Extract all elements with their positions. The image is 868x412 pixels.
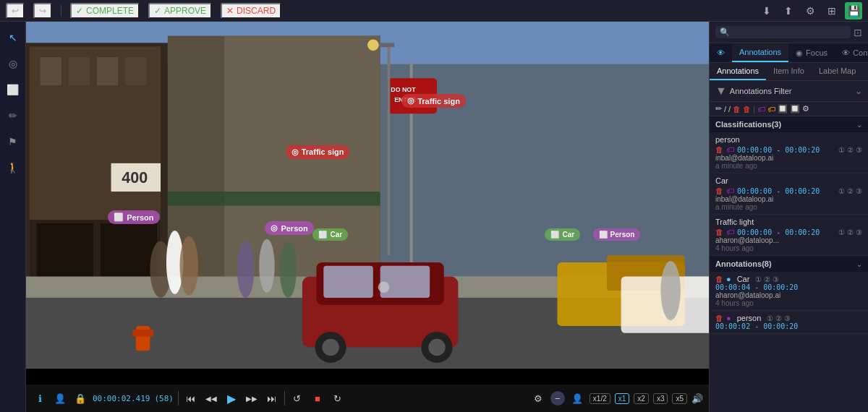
2x-speed-btn[interactable]: x2	[634, 393, 649, 404]
skip-back-icon[interactable]: ⏮	[183, 390, 199, 406]
filter-tool-3[interactable]: 🔲	[778, 104, 788, 113]
ann-action-tl-2[interactable]: ②	[847, 228, 854, 236]
ann-action-car-2[interactable]: ②	[847, 187, 854, 195]
ann-action-p2-1[interactable]: ①	[767, 314, 773, 322]
person-icon[interactable]: 👤	[52, 390, 68, 406]
complete-button[interactable]: ✓ COMPLETE	[70, 3, 140, 19]
search-input-wrap[interactable]: 🔍	[715, 26, 851, 38]
filter-tool-1[interactable]: 🏷	[757, 105, 765, 113]
ann-action-car-3[interactable]: ③	[856, 187, 862, 195]
undo-button[interactable]: ↩	[6, 3, 25, 19]
tag-car-icon[interactable]: 🏷	[726, 186, 734, 195]
sub-tab-label-map[interactable]: Label Map	[812, 63, 863, 80]
svg-point-42	[280, 241, 297, 298]
annotation-item-person-2: 🗑 ● person ① ② ③ 00:00:02 - 00:00:20	[710, 311, 868, 334]
flag-tool-icon[interactable]: ⚑	[3, 132, 23, 152]
forward-icon[interactable]: ↻	[330, 390, 346, 406]
video-info-icon[interactable]: ℹ	[32, 390, 48, 406]
annotation-car-2[interactable]: ⬜ Car	[545, 228, 580, 241]
x-icon-discard: ✕	[226, 6, 234, 16]
replay-icon[interactable]: ↺	[289, 390, 305, 406]
play-button[interactable]: ▶	[224, 390, 239, 406]
sub-tab-annotations[interactable]: Annotations	[710, 63, 766, 80]
ann-action-car2-3[interactable]: ③	[773, 275, 779, 283]
ann-action-car2-2[interactable]: ②	[764, 275, 770, 283]
tab-controls[interactable]: 👁 Controls	[835, 43, 868, 62]
cursor-tool-icon[interactable]: ↖	[3, 27, 23, 48]
delete-car-btn[interactable]: 🗑	[715, 186, 723, 195]
save-icon[interactable]: 💾	[845, 2, 862, 20]
tab-focus[interactable]: ◉ Focus	[788, 43, 835, 62]
ann-action-car2-1[interactable]: ①	[755, 275, 762, 283]
filter-icon: ▼	[715, 85, 727, 98]
volume-icon[interactable]: 🔊	[692, 393, 703, 404]
5x-speed-btn[interactable]: x5	[672, 393, 687, 404]
settings-ctrl-icon[interactable]: ⚙	[530, 390, 546, 406]
filter-tool-4[interactable]: 🔲	[790, 104, 800, 113]
box-tool-icon[interactable]: ⬜	[3, 80, 23, 100]
delete-trafficlight-btn[interactable]: 🗑	[715, 228, 723, 236]
tag-trafficlight-icon[interactable]: 🏷	[726, 228, 734, 236]
classifications-section-header[interactable]: Classifications(3) ⌄	[710, 116, 868, 132]
delete-tool[interactable]: 🗑	[733, 105, 741, 113]
annotation-person-2[interactable]: ◎ Person	[265, 221, 313, 235]
filter-tool-5[interactable]: ⚙	[802, 104, 809, 113]
step-back-icon[interactable]: ◀◀	[203, 390, 219, 406]
svg-point-38	[166, 231, 184, 294]
approve-button[interactable]: ✓ APPROVE	[148, 3, 212, 19]
toolbar-separator-1	[61, 5, 61, 17]
minus-ctrl-icon[interactable]: −	[550, 391, 565, 405]
annotation-car-1[interactable]: ⬜ Car	[312, 228, 348, 241]
download-icon[interactable]: ⬇	[758, 2, 775, 20]
settings-icon[interactable]: ⚙	[801, 2, 819, 20]
target-tool-icon[interactable]: ◎	[3, 53, 23, 74]
1x-speed-btn[interactable]: x1	[615, 393, 630, 404]
tab-annotations[interactable]: Annotations	[732, 43, 788, 62]
current-time: 00:00:02.419	[93, 394, 150, 403]
person-tool-icon[interactable]: 🚶	[3, 158, 23, 178]
ann-action-3[interactable]: ③	[856, 146, 862, 154]
panel-settings-icon[interactable]: ⊡	[854, 27, 862, 38]
ann-action-2[interactable]: ②	[847, 146, 854, 154]
grid-icon[interactable]: ⊞	[823, 2, 841, 20]
annotation-person-1[interactable]: ⬜ Person	[108, 210, 159, 224]
ann-time-car: 00:00:00 - 00:00:20	[737, 187, 835, 195]
ann-action-1[interactable]: ①	[838, 146, 845, 154]
person-ctrl-icon[interactable]: 👤	[569, 390, 585, 406]
ann-action-p2-2[interactable]: ②	[775, 314, 782, 322]
delete-person-btn[interactable]: 🗑	[715, 145, 723, 154]
upload-icon[interactable]: ⬆	[780, 2, 797, 20]
skip-forward-icon[interactable]: ⏭	[264, 390, 280, 406]
ann-action-car-1[interactable]: ①	[838, 187, 845, 195]
brush-tool-icon[interactable]: ✏	[3, 106, 23, 126]
redo-button[interactable]: ↪	[33, 3, 52, 19]
delete-person2-btn[interactable]: 🗑	[715, 314, 723, 322]
tab-annotations-eye[interactable]: 👁	[710, 43, 732, 62]
annotations-section-header[interactable]: Annotations(8) ⌄	[710, 256, 868, 272]
3x-speed-btn[interactable]: x3	[653, 393, 668, 404]
line2-tool[interactable]: /	[728, 105, 731, 113]
stop-icon[interactable]: ■	[310, 390, 326, 406]
expand-filter-icon[interactable]: ⌄	[855, 86, 862, 96]
annotation-traffic-sign-1[interactable]: ◎ Traffic sign	[401, 94, 466, 108]
ann-action-p2-3[interactable]: ③	[784, 314, 791, 322]
lock-icon[interactable]: 🔒	[72, 390, 88, 406]
line-tool[interactable]: /	[724, 105, 726, 113]
step-forward-icon[interactable]: ▶▶	[244, 390, 260, 406]
sub-tab-item-info[interactable]: Item Info	[766, 63, 812, 80]
delete2-tool[interactable]: 🗑	[743, 105, 751, 113]
svg-point-40	[237, 241, 255, 298]
ann-action-tl-3[interactable]: ③	[856, 228, 862, 236]
annotation-traffic-sign-2[interactable]: ◎ Traffic sign	[286, 145, 350, 159]
search-input[interactable]	[733, 28, 846, 37]
edit-tool[interactable]: ✏	[715, 104, 722, 113]
video-frame[interactable]: 400 WHISKEY ROW	[26, 22, 709, 385]
annotation-person-3[interactable]: ⬜ Person	[593, 228, 641, 241]
delete-car2-btn[interactable]: 🗑	[715, 275, 723, 283]
ann-action-tl-1[interactable]: ①	[838, 228, 845, 236]
tag-person-icon[interactable]: 🏷	[726, 145, 734, 154]
half-speed-btn[interactable]: x1/2	[590, 393, 610, 404]
svg-rect-11	[101, 223, 157, 276]
discard-button[interactable]: ✕ DISCARD	[221, 3, 281, 19]
filter-tool-2[interactable]: 🏷	[767, 105, 775, 113]
